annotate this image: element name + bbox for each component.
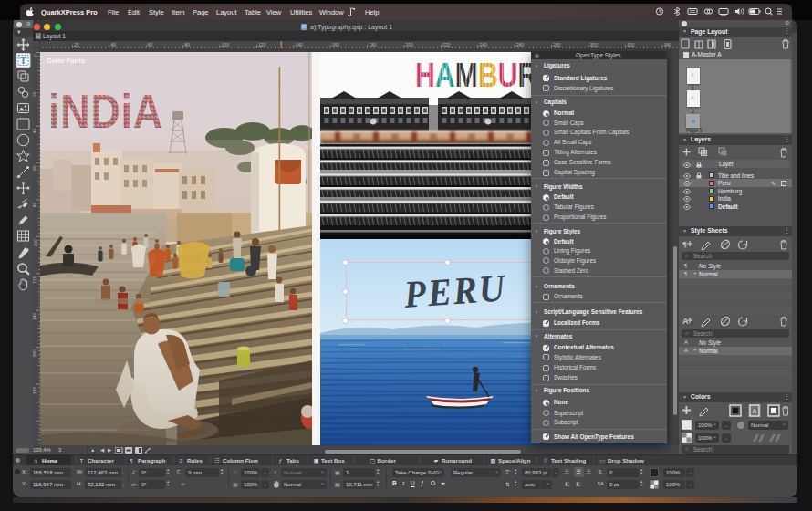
svg-text:180: 180	[369, 42, 377, 47]
svg-text:A: A	[753, 408, 757, 414]
svg-text:60: 60	[148, 42, 153, 47]
svg-text:300: 300	[590, 42, 599, 47]
svg-text:260: 260	[516, 42, 525, 47]
svg-text:100: 100	[222, 42, 230, 47]
svg-text:340: 340	[663, 42, 671, 47]
svg-text:160: 160	[332, 42, 340, 47]
svg-text:A: A	[682, 317, 689, 326]
svg-text:280: 280	[553, 42, 561, 47]
svg-text:180: 180	[33, 386, 38, 394]
svg-text:20: 20	[33, 91, 38, 97]
svg-text:T: T	[20, 55, 27, 66]
svg-text:¶: ¶	[682, 240, 687, 249]
svg-text:80: 80	[184, 42, 190, 47]
svg-text:60: 60	[33, 165, 38, 171]
svg-text:120: 120	[33, 276, 38, 284]
svg-text:20: 20	[74, 42, 79, 47]
svg-text:0: 0	[33, 55, 38, 57]
svg-text:220: 220	[442, 42, 451, 47]
svg-text:240: 240	[479, 42, 487, 47]
svg-text:40: 40	[110, 42, 116, 47]
svg-text:320: 320	[627, 42, 635, 47]
svg-text:40: 40	[33, 129, 38, 134]
svg-text:120: 120	[258, 42, 266, 47]
svg-text:100: 100	[33, 239, 38, 247]
svg-text:80: 80	[33, 202, 38, 207]
svg-text:200: 200	[406, 42, 414, 47]
svg-text:140: 140	[33, 313, 38, 321]
svg-text:160: 160	[33, 349, 38, 358]
svg-text:140: 140	[295, 42, 303, 47]
